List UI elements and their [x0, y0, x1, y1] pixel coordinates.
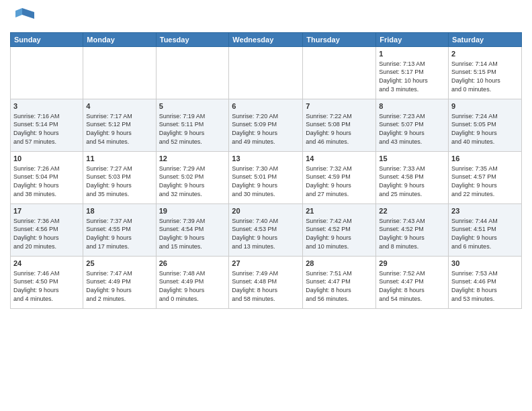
day-info: Sunrise: 7:32 AM Sunset: 4:59 PM Dayligh…: [306, 165, 373, 198]
day-number: 1: [379, 49, 445, 59]
day-info: Sunrise: 7:13 AM Sunset: 5:17 PM Dayligh…: [379, 60, 445, 93]
calendar-cell: 20Sunrise: 7:40 AM Sunset: 4:53 PM Dayli…: [229, 204, 303, 257]
calendar-cell: 2Sunrise: 7:14 AM Sunset: 5:15 PM Daylig…: [449, 47, 522, 99]
calendar-cell: [83, 47, 156, 99]
calendar-cell: 13Sunrise: 7:30 AM Sunset: 5:01 PM Dayli…: [229, 152, 303, 204]
day-info: Sunrise: 7:43 AM Sunset: 4:52 PM Dayligh…: [379, 217, 445, 250]
day-info: Sunrise: 7:14 AM Sunset: 5:15 PM Dayligh…: [451, 60, 519, 93]
calendar-cell: 23Sunrise: 7:44 AM Sunset: 4:51 PM Dayli…: [449, 204, 522, 257]
day-number: 8: [379, 101, 445, 111]
calendar-week-row: 3Sunrise: 7:16 AM Sunset: 5:14 PM Daylig…: [11, 99, 522, 152]
calendar-cell: 25Sunrise: 7:47 AM Sunset: 4:49 PM Dayli…: [83, 257, 156, 309]
weekday-header: Monday: [83, 33, 156, 47]
calendar-cell: [303, 47, 376, 99]
day-number: 2: [451, 49, 519, 59]
weekday-header: Thursday: [303, 33, 376, 47]
calendar-cell: 29Sunrise: 7:52 AM Sunset: 4:47 PM Dayli…: [376, 257, 449, 309]
calendar-cell: 24Sunrise: 7:46 AM Sunset: 4:50 PM Dayli…: [11, 257, 83, 309]
day-number: 26: [159, 259, 226, 269]
day-number: 11: [86, 154, 152, 164]
day-number: 10: [13, 154, 80, 164]
day-number: 9: [451, 101, 519, 111]
day-number: 4: [86, 101, 152, 111]
day-number: 22: [379, 206, 445, 216]
day-number: 23: [451, 206, 519, 216]
day-info: Sunrise: 7:39 AM Sunset: 4:54 PM Dayligh…: [159, 217, 226, 250]
day-info: Sunrise: 7:29 AM Sunset: 5:02 PM Dayligh…: [159, 165, 226, 198]
weekday-header: Friday: [376, 33, 449, 47]
calendar-cell: 3Sunrise: 7:16 AM Sunset: 5:14 PM Daylig…: [11, 99, 83, 152]
day-number: 14: [306, 154, 373, 164]
weekday-header: Sunday: [11, 33, 83, 47]
day-info: Sunrise: 7:48 AM Sunset: 4:49 PM Dayligh…: [159, 269, 226, 303]
calendar-cell: 9Sunrise: 7:24 AM Sunset: 5:05 PM Daylig…: [449, 99, 522, 152]
day-info: Sunrise: 7:19 AM Sunset: 5:11 PM Dayligh…: [159, 112, 226, 146]
calendar-cell: 8Sunrise: 7:23 AM Sunset: 5:07 PM Daylig…: [376, 99, 449, 152]
day-info: Sunrise: 7:40 AM Sunset: 4:53 PM Dayligh…: [232, 217, 300, 250]
logo-icon: [10, 7, 34, 27]
logo: [10, 7, 37, 27]
calendar-cell: 7Sunrise: 7:22 AM Sunset: 5:08 PM Daylig…: [303, 99, 376, 152]
calendar-cell: 5Sunrise: 7:19 AM Sunset: 5:11 PM Daylig…: [156, 99, 229, 152]
calendar-cell: 30Sunrise: 7:53 AM Sunset: 4:46 PM Dayli…: [449, 257, 522, 309]
calendar-cell: 17Sunrise: 7:36 AM Sunset: 4:56 PM Dayli…: [11, 204, 83, 257]
day-number: 27: [232, 259, 300, 269]
calendar-cell: 15Sunrise: 7:33 AM Sunset: 4:58 PM Dayli…: [376, 152, 449, 204]
day-info: Sunrise: 7:35 AM Sunset: 4:57 PM Dayligh…: [451, 165, 519, 198]
calendar-cell: 28Sunrise: 7:51 AM Sunset: 4:47 PM Dayli…: [303, 257, 376, 309]
day-info: Sunrise: 7:44 AM Sunset: 4:51 PM Dayligh…: [451, 217, 519, 250]
day-info: Sunrise: 7:17 AM Sunset: 5:12 PM Dayligh…: [86, 112, 152, 146]
calendar-cell: 19Sunrise: 7:39 AM Sunset: 4:54 PM Dayli…: [156, 204, 229, 257]
day-number: 15: [379, 154, 445, 164]
calendar-cell: [11, 47, 83, 99]
day-info: Sunrise: 7:33 AM Sunset: 4:58 PM Dayligh…: [379, 165, 445, 198]
day-info: Sunrise: 7:46 AM Sunset: 4:50 PM Dayligh…: [13, 269, 80, 303]
calendar-week-row: 24Sunrise: 7:46 AM Sunset: 4:50 PM Dayli…: [11, 257, 522, 309]
calendar-cell: 12Sunrise: 7:29 AM Sunset: 5:02 PM Dayli…: [156, 152, 229, 204]
calendar-week-row: 10Sunrise: 7:26 AM Sunset: 5:04 PM Dayli…: [11, 152, 522, 204]
calendar-week-row: 1Sunrise: 7:13 AM Sunset: 5:17 PM Daylig…: [11, 47, 522, 99]
calendar-cell: 4Sunrise: 7:17 AM Sunset: 5:12 PM Daylig…: [83, 99, 156, 152]
day-info: Sunrise: 7:24 AM Sunset: 5:05 PM Dayligh…: [451, 112, 519, 146]
calendar-cell: [156, 47, 229, 99]
day-number: 12: [159, 154, 226, 164]
header: [10, 7, 522, 27]
calendar-cell: 10Sunrise: 7:26 AM Sunset: 5:04 PM Dayli…: [11, 152, 83, 204]
day-number: 13: [232, 154, 300, 164]
calendar-cell: 22Sunrise: 7:43 AM Sunset: 4:52 PM Dayli…: [376, 204, 449, 257]
day-number: 7: [306, 101, 373, 111]
calendar-cell: 18Sunrise: 7:37 AM Sunset: 4:55 PM Dayli…: [83, 204, 156, 257]
calendar-cell: 16Sunrise: 7:35 AM Sunset: 4:57 PM Dayli…: [449, 152, 522, 204]
calendar-cell: 14Sunrise: 7:32 AM Sunset: 4:59 PM Dayli…: [303, 152, 376, 204]
day-number: 24: [13, 259, 80, 269]
day-info: Sunrise: 7:30 AM Sunset: 5:01 PM Dayligh…: [232, 165, 300, 198]
day-number: 19: [159, 206, 226, 216]
calendar-cell: 26Sunrise: 7:48 AM Sunset: 4:49 PM Dayli…: [156, 257, 229, 309]
day-info: Sunrise: 7:16 AM Sunset: 5:14 PM Dayligh…: [13, 112, 80, 146]
weekday-header: Saturday: [449, 33, 522, 47]
day-info: Sunrise: 7:27 AM Sunset: 5:03 PM Dayligh…: [86, 165, 152, 198]
weekday-header: Wednesday: [229, 33, 303, 47]
day-info: Sunrise: 7:22 AM Sunset: 5:08 PM Dayligh…: [306, 112, 373, 146]
day-info: Sunrise: 7:47 AM Sunset: 4:49 PM Dayligh…: [86, 269, 152, 303]
calendar-cell: 21Sunrise: 7:42 AM Sunset: 4:52 PM Dayli…: [303, 204, 376, 257]
calendar-table: SundayMondayTuesdayWednesdayThursdayFrid…: [10, 32, 522, 309]
day-number: 6: [232, 101, 300, 111]
day-number: 3: [13, 101, 80, 111]
calendar-cell: 11Sunrise: 7:27 AM Sunset: 5:03 PM Dayli…: [83, 152, 156, 204]
day-number: 17: [13, 206, 80, 216]
day-number: 16: [451, 154, 519, 164]
day-number: 5: [159, 101, 226, 111]
day-info: Sunrise: 7:42 AM Sunset: 4:52 PM Dayligh…: [306, 217, 373, 250]
calendar-cell: 27Sunrise: 7:49 AM Sunset: 4:48 PM Dayli…: [229, 257, 303, 309]
day-info: Sunrise: 7:37 AM Sunset: 4:55 PM Dayligh…: [86, 217, 152, 250]
day-number: 29: [379, 259, 445, 269]
calendar-cell: [229, 47, 303, 99]
day-info: Sunrise: 7:52 AM Sunset: 4:47 PM Dayligh…: [379, 269, 445, 303]
calendar-cell: 1Sunrise: 7:13 AM Sunset: 5:17 PM Daylig…: [376, 47, 449, 99]
day-number: 21: [306, 206, 373, 216]
calendar-header-row: SundayMondayTuesdayWednesdayThursdayFrid…: [11, 33, 522, 47]
day-info: Sunrise: 7:49 AM Sunset: 4:48 PM Dayligh…: [232, 269, 300, 303]
day-info: Sunrise: 7:53 AM Sunset: 4:46 PM Dayligh…: [451, 269, 519, 303]
day-info: Sunrise: 7:26 AM Sunset: 5:04 PM Dayligh…: [13, 165, 80, 198]
